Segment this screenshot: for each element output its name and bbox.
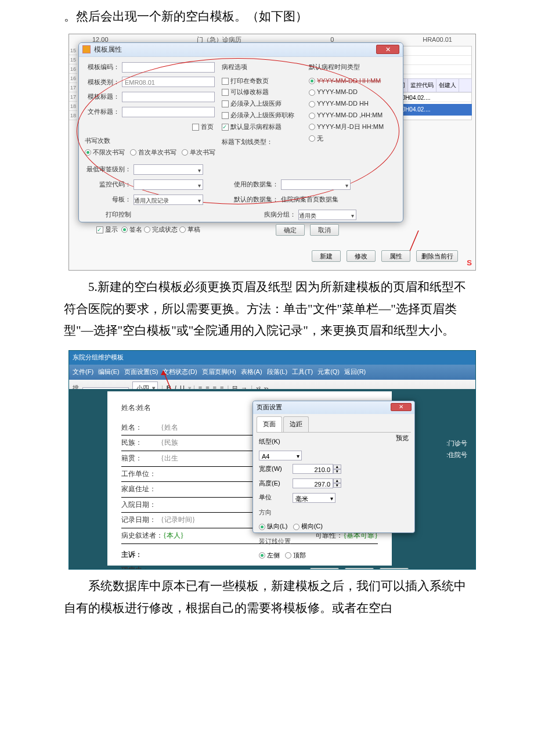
inp-template-title[interactable]: [122, 92, 215, 102]
sel-parent-tpl[interactable]: 通用入院记录: [134, 195, 203, 205]
lbl-present-history: 现病史：: [121, 566, 149, 570]
rdo-first-once[interactable]: [130, 149, 136, 156]
rdo-once[interactable]: [182, 149, 188, 156]
rdo-bind-left[interactable]: [259, 552, 265, 559]
lbl-template-code: 模板编码：: [85, 62, 120, 73]
rdo-t1[interactable]: [309, 78, 315, 84]
menu-bar[interactable]: 文件(F) 编辑(E) 页面设置(S) 文档状态(D) 页眉页脚(H) 表格(A…: [69, 365, 475, 380]
lbl-print-ctrl: 打印控制: [85, 209, 131, 221]
close-icon[interactable]: ✕: [391, 403, 412, 411]
ok-button[interactable]: 确定: [276, 224, 305, 236]
menu-return[interactable]: 返回(R): [344, 366, 366, 378]
col-code: 监控代码: [408, 79, 436, 92]
menu-edit[interactable]: 编辑(E): [98, 366, 120, 378]
chk-show-title[interactable]: [222, 124, 229, 131]
rdo-t5[interactable]: [309, 124, 315, 130]
lbl-disease-group: 疾病分组：: [244, 209, 296, 221]
rdo-complete[interactable]: [144, 226, 150, 233]
sogou-icon: S: [467, 256, 472, 269]
lbl-progress-options: 病程选项: [222, 62, 309, 73]
chk-show[interactable]: [96, 226, 103, 233]
sel-dataset[interactable]: [281, 179, 351, 190]
inp-file-title[interactable]: [122, 107, 215, 117]
menu-header-footer[interactable]: 页眉页脚(H): [202, 366, 236, 378]
menu-table[interactable]: 表格(A): [241, 366, 262, 378]
rdo-unlimited[interactable]: [85, 149, 91, 156]
window-title: 东院分组维护模板: [69, 351, 475, 365]
menu-paragraph[interactable]: 段落(L): [267, 366, 287, 378]
inp-template-type[interactable]: EMR08.01: [122, 77, 215, 87]
dlg2-titlebar[interactable]: 页面设置 ✕: [253, 401, 414, 414]
tab-margin[interactable]: 边距: [283, 416, 309, 432]
props-button[interactable]: 属性: [381, 250, 410, 262]
chk-firstpage[interactable]: [192, 124, 199, 131]
lbl-parent-tpl: 母板：: [85, 194, 131, 206]
lbl-underline-type: 标题下划线类型：: [222, 138, 273, 145]
lbl-width: 宽度(W): [259, 463, 293, 475]
rdo-t2[interactable]: [309, 89, 315, 96]
cancel-button[interactable]: 取消: [345, 568, 374, 570]
screenshot-template-dialog: 12.00 门（急）诊病历 0 HRA00.01 1515 1616 1717 …: [68, 34, 476, 271]
rdo-bind-top[interactable]: [285, 552, 291, 559]
lbl-unit: 单位: [259, 492, 293, 503]
lbl-paper: 纸型(K): [259, 436, 293, 448]
edit-button[interactable]: 修改: [347, 250, 376, 262]
lbl-dataset: 使用的数据集：: [226, 179, 279, 190]
lbl-firstpage: 首页: [201, 123, 214, 130]
spin-width[interactable]: ▴▾: [333, 465, 341, 474]
ok-button[interactable]: 确定: [310, 568, 339, 570]
lbl-min-sign: 最低审签级别：: [85, 164, 131, 175]
lbl-height: 高度(E): [259, 478, 293, 489]
lbl-monitor-code: 监控代码：: [85, 179, 131, 190]
rdo-landscape[interactable]: [293, 524, 300, 530]
chk-senior-doctor[interactable]: [222, 100, 229, 107]
menu-doc-state[interactable]: 文档状态(D): [163, 366, 197, 378]
para2-text: 5.新建的空白模板必须更换页眉及纸型 因为所新建模板的页眉和纸型不符合医院的要求…: [64, 276, 470, 342]
close-icon[interactable]: ✕: [376, 45, 399, 54]
lbl-chief-complaint: 主诉：: [121, 550, 142, 559]
para3-text: 系统数据库中原本已有一些模板，新建模板之后，我们可以插入系统中自有的模板进行修改…: [64, 579, 466, 615]
col-creator: 创建人: [436, 79, 459, 92]
inp-width[interactable]: 210.0: [293, 464, 333, 474]
spin-height[interactable]: ▴▾: [333, 478, 341, 488]
menu-tools[interactable]: 工具(T): [292, 366, 313, 378]
rdo-t6[interactable]: [309, 135, 315, 142]
lbl-time-type: 默认病程时间类型: [309, 62, 390, 73]
menu-file[interactable]: 文件(F): [73, 366, 93, 378]
delete-row-button[interactable]: 删除当前行: [416, 250, 458, 262]
row-numbers: 1515 1616 1717 1818: [69, 46, 77, 120]
inp-template-code[interactable]: [122, 62, 215, 73]
menu-element[interactable]: 元素(Q): [317, 366, 340, 378]
bottom-button-row: 新建 修改 属性 删除当前行: [312, 250, 458, 262]
sel-min-sign[interactable]: [134, 164, 203, 175]
rdo-portrait[interactable]: [259, 524, 265, 530]
rdo-t4[interactable]: [309, 113, 315, 119]
chk-senior-title[interactable]: [222, 112, 229, 119]
sel-disease-group[interactable]: 通用类: [298, 210, 356, 220]
rdo-draft[interactable]: [179, 226, 186, 233]
sel-unit[interactable]: 毫米: [293, 493, 335, 503]
screenshot-page-setup: 东院分组维护模板 文件(F) 编辑(E) 页面设置(S) 文档状态(D) 页眉页…: [68, 350, 476, 570]
inp-height[interactable]: 297.0: [293, 478, 333, 488]
paragraph-intro: 。然后会出现一个新的空白模板。（如下图）: [0, 0, 534, 34]
cancel-button[interactable]: 取消: [310, 224, 339, 236]
dialog-title: 模板属性: [94, 44, 122, 56]
window-icon: [82, 45, 91, 53]
chk-edit-title[interactable]: [222, 89, 229, 96]
txt-default-dataset: 住院病案首页数据集: [281, 194, 338, 206]
apply-button[interactable]: 应用(A): [380, 568, 409, 570]
dlg2-tabs: 页面 边距: [257, 416, 411, 433]
dialog-titlebar[interactable]: 模板属性 ✕: [79, 43, 403, 57]
page-setup-dialog: 页面设置 ✕ 页面 边距 预览 纸型(K) A4 宽度(W)210.0▴▾ 高度…: [252, 401, 415, 533]
lbl-template-title: 模板标题：: [85, 91, 120, 103]
sel-paper[interactable]: A4: [259, 451, 302, 460]
menu-page-setup[interactable]: 页面设置(S): [124, 366, 158, 378]
chk-odd-page[interactable]: [222, 78, 229, 85]
sel-monitor-code[interactable]: [134, 179, 203, 190]
tab-page[interactable]: 页面: [257, 416, 282, 432]
new-button[interactable]: 新建: [312, 250, 341, 262]
lbl-write-count: 书写次数: [85, 137, 110, 144]
paragraph-step5: www.bdocx.com 5.新建的空白模板必须更换页眉及纸型 因为所新建模板…: [0, 271, 534, 348]
rdo-sign[interactable]: [121, 226, 128, 233]
rdo-t3[interactable]: [309, 101, 315, 107]
